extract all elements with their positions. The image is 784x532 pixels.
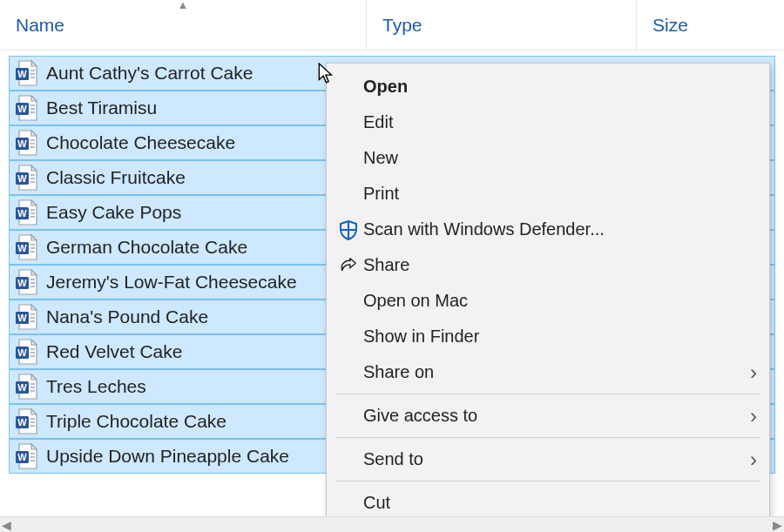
menu-separator <box>335 394 760 394</box>
svg-text:W: W <box>17 382 27 393</box>
file-name: Upside Down Pineapple Cake <box>46 446 289 467</box>
file-name: Easy Cake Pops <box>46 202 181 223</box>
menu-item[interactable]: Edit <box>327 104 769 140</box>
word-document-icon: W <box>15 374 37 400</box>
menu-item[interactable]: Scan with Windows Defender... <box>327 212 769 247</box>
column-header-row: ▲ Name Type Size <box>0 0 784 51</box>
svg-text:W: W <box>17 452 27 462</box>
svg-text:W: W <box>17 347 27 358</box>
menu-item-label: Edit <box>363 112 757 132</box>
menu-item[interactable]: Print <box>327 176 769 212</box>
word-document-icon: W <box>15 60 37 86</box>
svg-text:W: W <box>17 208 27 219</box>
word-document-icon: W <box>15 165 37 191</box>
file-name: Chocolate Cheesecake <box>46 132 235 153</box>
menu-item-label: Print <box>363 184 757 204</box>
menu-item-label: Open <box>363 77 757 97</box>
word-document-icon: W <box>15 199 37 226</box>
svg-text:W: W <box>17 69 27 79</box>
menu-item-label: Share on <box>363 362 750 382</box>
menu-item-label: Scan with Windows Defender... <box>363 219 757 239</box>
file-name: Classic Fruitcake <box>46 167 186 188</box>
svg-text:W: W <box>17 313 27 323</box>
scroll-right-icon[interactable]: ▶ <box>773 519 782 531</box>
menu-item-label: Share <box>363 255 757 275</box>
menu-item[interactable]: Send to› <box>327 441 769 477</box>
menu-item[interactable]: Share on› <box>327 354 769 390</box>
word-document-icon: W <box>15 130 37 156</box>
column-header-size[interactable]: Size <box>636 0 784 50</box>
sort-ascending-icon: ▲ <box>178 0 189 11</box>
menu-item-label: Give access to <box>363 406 750 426</box>
menu-item-label: Show in Finder <box>363 327 757 347</box>
menu-item[interactable]: Share <box>327 247 769 283</box>
column-header-size-label: Size <box>652 15 688 36</box>
column-header-name[interactable]: ▲ Name <box>0 0 366 50</box>
word-document-icon: W <box>15 408 37 434</box>
chevron-right-icon: › <box>750 448 757 472</box>
file-name: Best Tiramisu <box>46 98 157 118</box>
share-arrow-icon <box>334 256 363 275</box>
file-name: Red Velvet Cake <box>46 341 182 362</box>
context-menu: OpenEditNewPrint Scan with Windows Defen… <box>326 63 770 527</box>
menu-item-label: Open on Mac <box>363 291 757 311</box>
svg-text:W: W <box>17 173 27 184</box>
chevron-right-icon: › <box>750 404 757 428</box>
file-name: Nana's Pound Cake <box>46 306 208 327</box>
word-document-icon: W <box>15 443 37 469</box>
file-name: Jeremy's Low-Fat Cheesecake <box>46 272 297 293</box>
menu-separator <box>335 437 760 438</box>
svg-text:W: W <box>17 417 27 428</box>
menu-item[interactable]: Give access to› <box>327 398 769 434</box>
file-name: Tres Leches <box>46 376 146 397</box>
chevron-right-icon: › <box>750 360 757 385</box>
menu-item-label: Send to <box>363 449 750 469</box>
svg-text:W: W <box>17 243 27 253</box>
menu-separator <box>335 481 760 481</box>
horizontal-scrollbar[interactable]: ◀ ▶ <box>0 516 784 532</box>
menu-item[interactable]: New <box>327 140 769 176</box>
word-document-icon: W <box>15 95 37 121</box>
file-name: Aunt Cathy's Carrot Cake <box>46 63 253 84</box>
svg-text:W: W <box>17 138 27 149</box>
column-header-type-label: Type <box>382 15 422 36</box>
menu-item[interactable]: Show in Finder <box>327 319 769 354</box>
scroll-left-icon[interactable]: ◀ <box>2 519 11 531</box>
column-header-name-label: Name <box>16 15 64 36</box>
word-document-icon: W <box>15 269 37 295</box>
svg-text:W: W <box>17 278 27 288</box>
word-document-icon: W <box>15 234 37 260</box>
column-header-type[interactable]: Type <box>366 0 636 50</box>
file-name: German Chocolate Cake <box>46 237 247 258</box>
windows-defender-shield-icon <box>334 219 363 240</box>
menu-item[interactable]: Cut <box>327 485 769 521</box>
menu-item[interactable]: Open <box>327 69 769 104</box>
menu-item-label: New <box>363 148 757 168</box>
menu-item-label: Cut <box>363 493 757 513</box>
word-document-icon: W <box>15 304 37 330</box>
menu-item[interactable]: Open on Mac <box>327 283 769 319</box>
file-name: Triple Chocolate Cake <box>46 411 226 432</box>
word-document-icon: W <box>15 339 37 365</box>
svg-text:W: W <box>17 104 27 114</box>
